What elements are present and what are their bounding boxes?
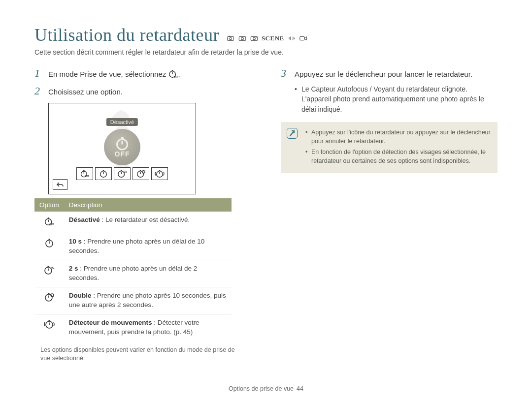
svg-text:OFF: OFF [49, 223, 54, 226]
table-row: Double : Prendre une photo après 10 seco… [34, 287, 232, 314]
svg-rect-3 [228, 36, 234, 40]
svg-point-4 [230, 37, 232, 39]
timer-off-icon: OFF [34, 212, 64, 233]
svg-text:2s: 2s [51, 267, 55, 270]
timer-motion-icon [34, 314, 64, 340]
timer-10-icon[interactable] [95, 167, 112, 180]
svg-point-10 [256, 37, 256, 37]
th-option: Option [34, 198, 64, 212]
timer-2-icon[interactable]: 2s [114, 167, 131, 180]
step-number-2: 2 [34, 86, 43, 96]
intro-text: Cette section décrit comment régler le r… [34, 48, 498, 56]
list-item: Appuyez sur l'icône du retardateur ou ap… [305, 128, 491, 146]
tip-box: Appuyez sur l'icône du retardateur ou ap… [281, 122, 498, 174]
svg-point-9 [253, 37, 256, 40]
step-1-text: En mode Prise de vue, sélectionnez OFF. [48, 68, 180, 81]
dual-is-icon [287, 35, 296, 42]
right-column: 3 Appuyez sur le déclencheur pour lancer… [281, 68, 498, 363]
svg-rect-5 [229, 36, 230, 37]
mode-icons-row: SCENE [226, 34, 308, 42]
svg-text:OFF: OFF [85, 175, 89, 178]
timer-double-icon[interactable] [133, 167, 149, 180]
step-number-3: 3 [281, 68, 290, 79]
timer-double-icon [34, 287, 64, 314]
list-item: En fonction de l'option de détection des… [305, 148, 491, 165]
camera-p-icon [250, 35, 259, 42]
smart-auto-icon [226, 35, 235, 42]
list-item: Le Capteur Autofocus / Voyant du retarda… [295, 84, 498, 114]
timer-motion-icon[interactable] [151, 167, 168, 180]
step-3-bullets: Le Capteur Autofocus / Voyant du retarda… [295, 84, 498, 114]
scene-text-icon: SCENE [262, 34, 284, 42]
figure-option-row: OFF 2s [76, 167, 168, 180]
table-row: OFF Désactivé : Le retardateur est désac… [34, 212, 232, 233]
table-row: 2s 2 s : Prendre une photo après un déla… [34, 260, 232, 287]
timer-off-icon: OFF [168, 69, 178, 81]
svg-rect-11 [300, 36, 304, 40]
timer-10-icon [34, 233, 64, 260]
tip-info-icon [287, 128, 298, 139]
step-3-text: Appuyez sur le déclencheur pour lancer l… [295, 68, 472, 79]
camera-icon [238, 35, 247, 42]
back-icon[interactable] [53, 179, 67, 190]
page-title: Utilisation du retardateur [34, 25, 219, 45]
options-table: Option Description OFF Désactivé : Le re… [34, 198, 232, 341]
table-row: 10 s : Prendre une photo après un délai … [34, 233, 232, 260]
left-column: 1 En mode Prise de vue, sélectionnez OFF… [34, 68, 251, 363]
camera-screen-figure: Désactivé OFF OFF 2s [48, 103, 196, 194]
svg-text:2s: 2s [124, 170, 127, 173]
svg-point-7 [241, 37, 244, 40]
th-description: Description [64, 198, 232, 212]
footnote-text: Les options disponibles peuvent varier e… [40, 346, 237, 363]
step-number-1: 1 [34, 68, 43, 79]
figure-label: Désactivé [106, 118, 138, 126]
figure-big-off-icon: OFF [104, 129, 140, 165]
timer-2-icon: 2s [34, 260, 64, 287]
table-row: Détecteur de mouvements : Détecter votre… [34, 314, 232, 340]
timer-off-icon[interactable]: OFF [76, 167, 93, 180]
page-footer: Options de prise de vue44 [229, 385, 303, 392]
movie-icon [299, 35, 308, 42]
step-2-text: Choisissez une option. [48, 86, 123, 97]
svg-rect-16 [121, 137, 124, 139]
